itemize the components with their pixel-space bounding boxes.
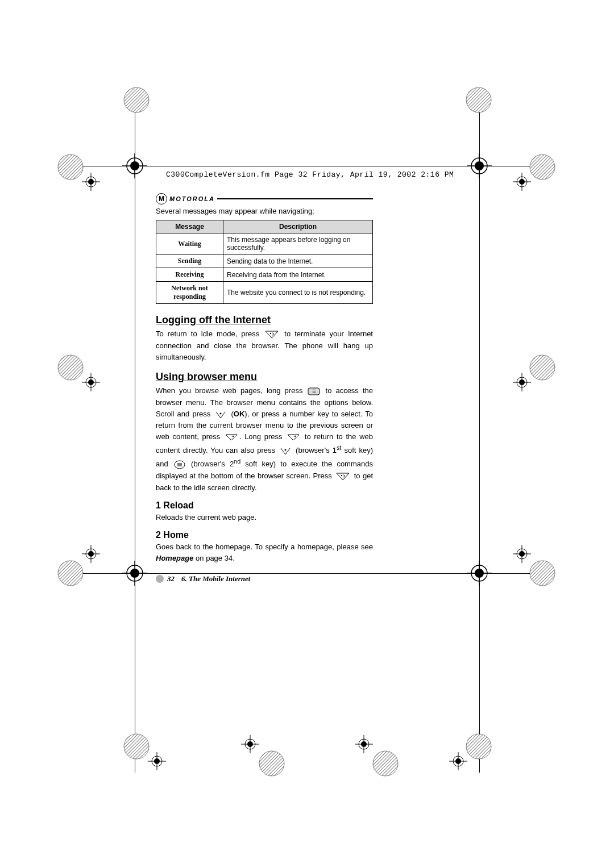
back-key-icon bbox=[225, 432, 238, 443]
subheading-reload: 1 Reload bbox=[156, 500, 373, 511]
halftone-disc-icon bbox=[372, 750, 399, 779]
svg-point-62 bbox=[373, 751, 398, 776]
table-header-description: Description bbox=[223, 220, 373, 233]
table-row: Sending Sending data to the Internet. bbox=[156, 254, 373, 268]
file-header: C300CompleteVersion.fm Page 32 Friday, A… bbox=[166, 170, 454, 179]
registration-mark-small-icon bbox=[146, 750, 168, 773]
svg-point-32 bbox=[88, 379, 94, 385]
messages-table: Message Description Waiting This message… bbox=[156, 220, 373, 304]
table-row: Receiving Receiving data from the Intern… bbox=[156, 268, 373, 282]
motorola-logo-icon: M bbox=[156, 193, 167, 205]
page-number: 32 bbox=[167, 574, 175, 583]
msg-desc: Receiving data from the Internet. bbox=[223, 268, 373, 282]
registration-mark-small-icon bbox=[80, 170, 102, 193]
registration-mark-icon bbox=[464, 558, 505, 599]
text: (browser's 1 bbox=[293, 446, 337, 454]
svg-text:☰: ☰ bbox=[312, 389, 316, 394]
intro-text: Several messages may appear while naviga… bbox=[156, 207, 373, 215]
text: . Long press bbox=[239, 432, 285, 441]
logoff-paragraph: To return to idle mode, press to termina… bbox=[156, 328, 373, 363]
superscript: nd bbox=[234, 458, 240, 465]
svg-point-17 bbox=[475, 569, 484, 578]
svg-point-63 bbox=[466, 734, 491, 759]
table-header-message: Message bbox=[156, 220, 223, 233]
crop-rule-right bbox=[479, 95, 480, 773]
subheading-home: 2 Home bbox=[156, 530, 373, 540]
ok-key-icon bbox=[279, 445, 292, 457]
svg-point-5 bbox=[130, 161, 139, 170]
svg-point-27 bbox=[519, 179, 525, 185]
heading-browser-menu: Using browser menu bbox=[156, 371, 373, 383]
svg-point-76 bbox=[285, 449, 287, 451]
table-row: Network not responding The website you c… bbox=[156, 282, 373, 304]
svg-point-9 bbox=[475, 161, 484, 170]
svg-point-22 bbox=[88, 179, 94, 185]
homepage-link: Homepage bbox=[156, 554, 193, 562]
svg-point-13 bbox=[130, 569, 139, 578]
svg-point-81 bbox=[341, 475, 342, 476]
svg-point-67 bbox=[455, 758, 461, 764]
menu-key-icon bbox=[174, 459, 185, 470]
brand-header: M MOTOROLA bbox=[156, 193, 373, 205]
svg-point-23 bbox=[530, 155, 555, 180]
svg-point-75 bbox=[294, 436, 296, 437]
browser-paragraph: When you browse web pages, long press ☰ … bbox=[156, 385, 373, 494]
footer-disc-icon bbox=[156, 575, 164, 583]
text: on page 34. bbox=[193, 554, 234, 562]
svg-point-42 bbox=[88, 551, 94, 557]
crop-rule-left bbox=[135, 95, 135, 773]
text: (browser's 2 bbox=[186, 460, 234, 468]
page-footer: 32 6. The Mobile Internet bbox=[156, 574, 373, 583]
halftone-disc-icon bbox=[258, 750, 285, 779]
text: To return to idle mode, press bbox=[156, 329, 263, 338]
registration-mark-small-icon bbox=[511, 542, 533, 565]
svg-point-68 bbox=[124, 87, 149, 112]
back-key-icon bbox=[287, 432, 300, 443]
home-body: Goes back to the homepage. To specify a … bbox=[156, 541, 373, 564]
table-row: Waiting This message appears before logg… bbox=[156, 233, 373, 254]
ok-label: OK bbox=[234, 410, 245, 418]
key-button-icon: ☰ bbox=[308, 385, 320, 397]
chapter-title: 6. The Mobile Internet bbox=[181, 574, 250, 583]
svg-point-73 bbox=[220, 412, 222, 414]
end-key-icon bbox=[264, 328, 279, 340]
svg-point-69 bbox=[466, 87, 491, 112]
svg-point-70 bbox=[270, 333, 271, 334]
page: C300CompleteVersion.fm Page 32 Friday, A… bbox=[0, 0, 614, 868]
svg-point-52 bbox=[154, 758, 160, 764]
msg-desc: Sending data to the Internet. bbox=[223, 254, 373, 268]
svg-point-56 bbox=[247, 741, 253, 747]
registration-mark-small-icon bbox=[80, 371, 102, 394]
brand-name: MOTOROLA bbox=[169, 195, 215, 202]
svg-point-74 bbox=[233, 436, 234, 437]
text: When you browse web pages, long press bbox=[156, 386, 306, 395]
heading-logging-off: Logging off the Internet bbox=[156, 314, 373, 326]
halftone-disc-icon bbox=[123, 86, 150, 116]
registration-mark-small-icon bbox=[511, 371, 533, 394]
msg-label: Receiving bbox=[156, 268, 223, 282]
page-content: M MOTOROLA Several messages may appear w… bbox=[156, 193, 373, 583]
reload-body: Reloads the current web page. bbox=[156, 512, 373, 523]
svg-point-61 bbox=[361, 741, 367, 747]
registration-mark-small-icon bbox=[80, 542, 102, 565]
registration-mark-icon bbox=[464, 151, 505, 191]
msg-label: Sending bbox=[156, 254, 223, 268]
svg-point-47 bbox=[519, 551, 525, 557]
registration-mark-icon bbox=[119, 558, 160, 599]
svg-point-33 bbox=[530, 355, 555, 380]
registration-mark-small-icon bbox=[447, 750, 470, 773]
brand-rule bbox=[217, 198, 373, 199]
registration-mark-icon bbox=[119, 151, 160, 191]
text: Goes back to the homepage. To specify a … bbox=[156, 542, 373, 551]
msg-label: Network not responding bbox=[156, 282, 223, 304]
msg-label: Waiting bbox=[156, 233, 223, 254]
halftone-disc-icon bbox=[465, 86, 492, 116]
registration-mark-small-icon bbox=[511, 170, 533, 193]
svg-point-43 bbox=[530, 561, 555, 586]
svg-point-57 bbox=[259, 751, 284, 776]
end-key-icon bbox=[335, 470, 350, 482]
msg-desc: The website you connect to is not respon… bbox=[223, 282, 373, 304]
msg-desc: This message appears before logging on s… bbox=[223, 233, 373, 254]
ok-key-icon bbox=[214, 408, 227, 420]
svg-point-37 bbox=[519, 379, 525, 385]
